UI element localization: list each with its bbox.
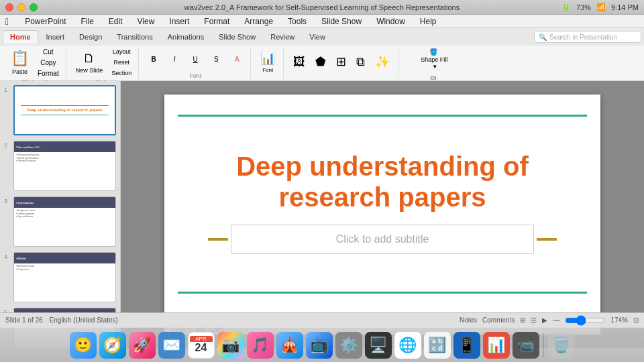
dock-launchpad[interactable]: 🚀	[129, 332, 156, 359]
menu-tools[interactable]: Tools	[285, 17, 309, 26]
dock-finder[interactable]: 🙂	[70, 332, 97, 359]
layout-button[interactable]: Layout	[109, 47, 134, 56]
dock-fontbook[interactable]: 🔡	[424, 332, 451, 359]
fit-slide-button[interactable]: ⊡	[633, 316, 639, 324]
convert-smartart-button[interactable]: 📊 Font	[256, 47, 279, 76]
dock-videocall[interactable]: 📹	[513, 332, 539, 359]
comments-label[interactable]: Comments	[482, 316, 515, 324]
quick-styles-button[interactable]: ✨	[371, 48, 394, 77]
tab-slideshow[interactable]: Slide Show	[212, 31, 262, 43]
dock-keynote[interactable]: 📊	[483, 332, 510, 359]
slide-thumbnail-4[interactable]: 4 Model • Architecture details • Compone…	[13, 252, 116, 302]
minimize-button[interactable]	[17, 3, 25, 11]
search-placeholder: Search in Presentation	[549, 34, 617, 41]
underline-button[interactable]: U	[186, 54, 205, 64]
slide-editing-area[interactable]: Deep understanding of research papers Cl…	[121, 81, 644, 348]
tab-review[interactable]: Review	[264, 31, 301, 43]
dock-appstore[interactable]: 🎪	[276, 332, 303, 359]
window-controls	[5, 3, 38, 11]
slide-num-3: 3	[4, 198, 11, 204]
cut-label: Cut	[43, 48, 54, 56]
dock-chrome[interactable]: 🌐	[394, 332, 421, 359]
dock-itunes[interactable]: 🎵	[247, 332, 274, 359]
menu-help[interactable]: Help	[417, 17, 439, 26]
tab-design[interactable]: Design	[72, 31, 109, 43]
fontcolor-button[interactable]: A	[227, 54, 246, 64]
reset-label: Reset	[113, 59, 129, 66]
tab-animations[interactable]: Animations	[161, 31, 211, 43]
font-buttons: B I U S A	[144, 47, 246, 71]
maximize-button[interactable]	[30, 3, 38, 11]
paste-button[interactable]: 📋 Paste	[7, 48, 33, 77]
close-button[interactable]	[5, 3, 13, 11]
bold-button[interactable]: B	[144, 54, 163, 64]
format-button[interactable]: Format	[35, 68, 62, 78]
copy-button[interactable]: Copy	[35, 58, 62, 67]
dock-trash[interactable]: 🗑️	[548, 332, 575, 359]
slide-thumb-1[interactable]: 1 Deep understanding of research papers	[3, 84, 117, 137]
reset-button[interactable]: Reset	[109, 58, 134, 67]
slide-thumbnail-1[interactable]: Deep understanding of research papers	[13, 85, 116, 135]
view-outline-icon[interactable]: ☰	[531, 316, 537, 324]
cut-button[interactable]: Cut	[35, 47, 62, 56]
dock-teamviewer2[interactable]: 📱	[453, 332, 480, 359]
menu-arrange[interactable]: Arrange	[241, 17, 276, 26]
dock-photos[interactable]: 📷	[217, 332, 244, 359]
right-ornament	[537, 238, 557, 241]
slide-panel[interactable]: 1 Deep understanding of research papers …	[0, 81, 121, 348]
slide-thumb-3[interactable]: 3 1 Introduction • Background context • …	[3, 195, 117, 248]
menu-view[interactable]: View	[135, 17, 158, 26]
slide-canvas[interactable]: Deep understanding of research papers Cl…	[164, 95, 600, 324]
dock-mail[interactable]: ✉️	[158, 332, 185, 359]
strikethrough-button[interactable]: S	[207, 54, 225, 64]
tab-view[interactable]: View	[303, 31, 332, 43]
zoom-control[interactable]: —	[553, 316, 559, 324]
slide-thumb-4[interactable]: 4 4 Model • Architecture details • Compo…	[3, 251, 117, 304]
menu-powerpoint[interactable]: PowerPoint	[22, 17, 68, 26]
dock-calendar[interactable]: APR 24	[188, 332, 215, 359]
menu-format[interactable]: Format	[201, 17, 232, 26]
menu-file[interactable]: File	[78, 17, 97, 26]
textbox-button[interactable]: ⊞	[332, 48, 350, 77]
slide-thumbnail-3[interactable]: 1 Introduction • Background context • Pr…	[13, 196, 116, 247]
apple-menu[interactable]: 	[5, 16, 9, 27]
shapes-button[interactable]: ⬟	[311, 48, 330, 77]
zoom-level: 174%	[610, 316, 628, 324]
italic-button[interactable]: I	[165, 54, 184, 64]
slide-title[interactable]: Deep understanding of research papers	[209, 151, 555, 213]
wifi-icon: 📶	[596, 3, 606, 11]
slide-title-line2: research papers	[278, 182, 486, 212]
dock-teamviewer[interactable]: 📺	[306, 332, 333, 359]
notes-label[interactable]: Notes	[460, 316, 477, 324]
slide-num-4: 4	[4, 253, 11, 260]
view-slideshow-icon[interactable]: ▶	[542, 316, 547, 324]
clipboard-buttons: 📋 Paste Cut Copy Format	[7, 47, 62, 78]
dock-terminal[interactable]: 🖥️	[365, 332, 392, 359]
slide-thumbnail-2[interactable]: Title: wav2vec 2.0... • Self-supervised …	[13, 141, 116, 191]
shape-fill-button[interactable]: 🪣 Shape Fill ▼	[404, 47, 464, 71]
menu-insert[interactable]: Insert	[166, 17, 192, 26]
tab-transitions[interactable]: Transitions	[110, 31, 159, 43]
tab-home[interactable]: Home	[3, 30, 38, 44]
paste-icon: 📋	[11, 50, 29, 67]
paste-label: Paste	[12, 68, 28, 75]
arrange-button[interactable]: ⧉	[352, 48, 369, 77]
new-slide-icon: 🗋	[83, 52, 95, 66]
search-bar[interactable]: 🔍 Search in Presentation	[534, 31, 641, 43]
zoom-slider[interactable]	[565, 317, 605, 324]
subtitle-box[interactable]: Click to add subtitle	[231, 225, 534, 254]
ribbon-group-clipboard: 📋 Paste Cut Copy Format Clipboard	[3, 47, 66, 79]
slide-thumb-2[interactable]: 2 Title: wav2vec 2.0... • Self-supervise…	[3, 139, 117, 192]
dock-system-prefs[interactable]: ⚙️	[335, 332, 362, 359]
view-normal-icon[interactable]: ⊞	[520, 316, 525, 324]
dock-safari[interactable]: 🧭	[99, 332, 126, 359]
new-slide-button[interactable]: 🗋 New Slide	[72, 48, 107, 77]
picture-button[interactable]: 🖼	[289, 48, 309, 77]
menu-edit[interactable]: Edit	[106, 17, 125, 26]
menu-slideshow[interactable]: Slide Show	[319, 17, 364, 26]
format-label: Format	[38, 70, 59, 77]
menu-window[interactable]: Window	[374, 17, 408, 26]
language-info: English (United States)	[50, 316, 118, 324]
section-button[interactable]: Section	[109, 68, 134, 78]
tab-insert[interactable]: Insert	[40, 31, 72, 43]
